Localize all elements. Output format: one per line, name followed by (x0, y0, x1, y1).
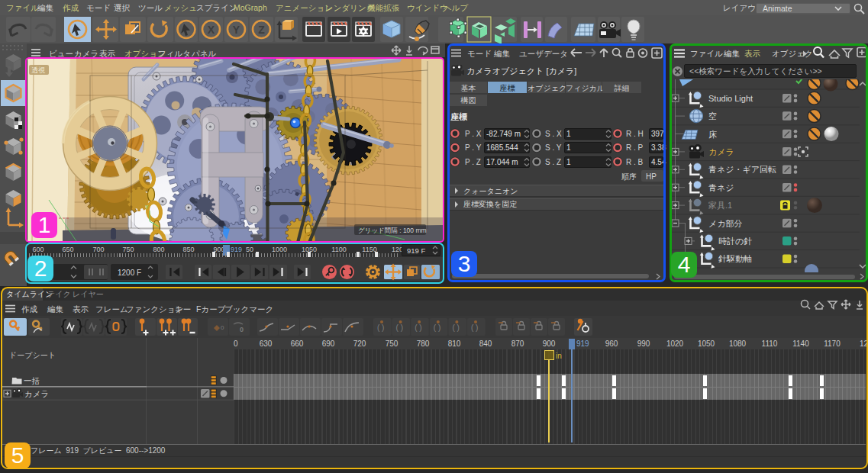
svg-text:X: X (208, 24, 215, 36)
svg-text:Z: Z (258, 24, 265, 36)
svg-text:Y: Y (233, 24, 240, 36)
